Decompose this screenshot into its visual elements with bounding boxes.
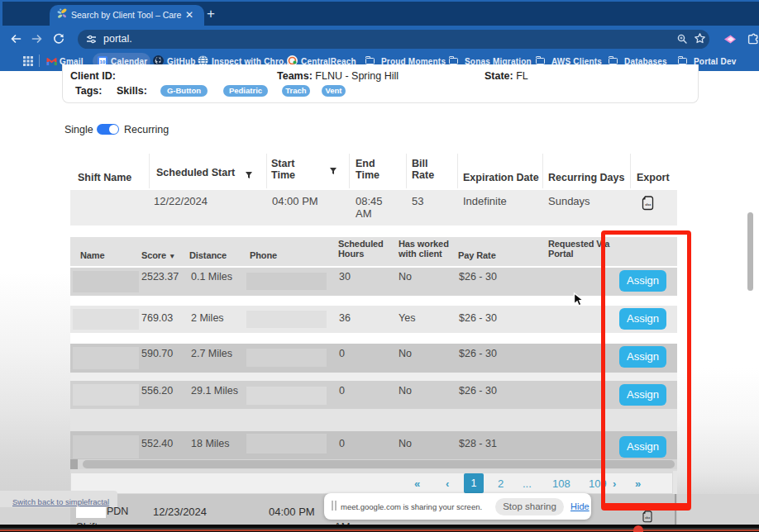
svg-text:10: 10 xyxy=(99,59,106,64)
svg-text:xlsx: xlsx xyxy=(645,203,651,207)
svg-text:xlsx: xlsx xyxy=(645,516,650,520)
